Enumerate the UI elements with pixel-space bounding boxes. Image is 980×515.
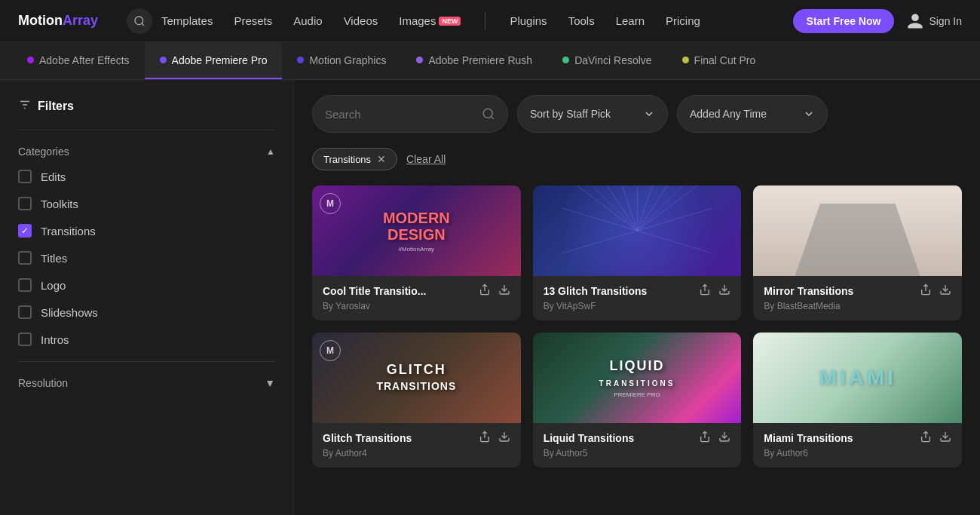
logo-checkbox[interactable] xyxy=(18,278,32,292)
transitions-tag-remove[interactable]: ✕ xyxy=(377,153,386,165)
toolkits-label: Toolkits xyxy=(41,198,78,210)
transitions-label: Transitions xyxy=(41,225,96,238)
davinci-dot xyxy=(562,57,569,63)
category-intros[interactable]: Intros xyxy=(18,333,275,346)
card-1-title: Cool Title Transitio... xyxy=(323,285,426,297)
download-icon xyxy=(939,284,951,296)
card-3-author: By BlastBeatMedia xyxy=(764,301,951,311)
tab-premiere-rush[interactable]: Adobe Premiere Rush xyxy=(401,42,547,79)
card-1-download-button[interactable] xyxy=(498,284,510,298)
logo-label: Logo xyxy=(41,279,66,292)
card-2-share-button[interactable] xyxy=(699,284,711,298)
card-5-download-button[interactable] xyxy=(718,431,730,445)
slideshows-checkbox[interactable] xyxy=(18,305,32,319)
download-icon xyxy=(939,431,951,443)
header-search-button[interactable] xyxy=(127,8,152,34)
clear-all-button[interactable]: Clear All xyxy=(406,153,446,165)
svg-line-1 xyxy=(142,23,144,26)
resolution-section-header[interactable]: Resolution ▼ xyxy=(18,377,275,389)
nav-audio[interactable]: Audio xyxy=(293,14,322,27)
nav-templates[interactable]: Templates xyxy=(161,14,213,27)
category-toolkits[interactable]: Toolkits xyxy=(18,197,275,210)
intros-checkbox[interactable] xyxy=(18,333,32,346)
categories-section-header[interactable]: Categories ▲ xyxy=(18,146,275,158)
nav-presets[interactable]: Presets xyxy=(234,14,272,27)
tab-final-cut-pro[interactable]: Final Cut Pro xyxy=(667,42,771,79)
card-4-thumb: M GLITCHTRANSITIONS xyxy=(312,333,521,423)
categories-label: Categories xyxy=(18,146,69,158)
motion-graphics-dot xyxy=(297,57,304,63)
nav-divider xyxy=(485,12,485,30)
share-icon xyxy=(920,431,932,443)
tab-after-effects-label: Adobe After Effects xyxy=(39,54,130,66)
card-4-download-button[interactable] xyxy=(498,431,510,445)
nav-videos[interactable]: Videos xyxy=(344,14,378,27)
card-6-download-button[interactable] xyxy=(939,431,951,445)
category-logo[interactable]: Logo xyxy=(18,278,275,292)
card-5-title: Liquid Transitions xyxy=(544,432,635,444)
card-3-share-button[interactable] xyxy=(920,284,932,298)
start-free-button[interactable]: Start Free Now xyxy=(793,9,895,33)
card-1-share-button[interactable] xyxy=(479,284,491,298)
tab-premiere-pro[interactable]: Adobe Premiere Pro xyxy=(145,42,283,79)
card-4-info: Glitch Transitions By Author4 xyxy=(312,423,521,467)
nav-images[interactable]: Images xyxy=(399,14,436,27)
nav-learn[interactable]: Learn xyxy=(616,14,645,27)
edits-checkbox[interactable] xyxy=(18,170,32,183)
resolution-section: Resolution ▼ xyxy=(18,361,275,389)
active-filters: Transitions ✕ Clear All xyxy=(312,148,962,170)
card-4-share-button[interactable] xyxy=(479,431,491,445)
card-6-share-button[interactable] xyxy=(920,431,932,445)
svg-line-12 xyxy=(622,185,637,231)
category-titles[interactable]: Titles xyxy=(18,251,275,265)
search-box[interactable] xyxy=(312,95,508,133)
card-6[interactable]: MIAMI Miami Transitions xyxy=(753,333,962,467)
svg-line-15 xyxy=(637,185,667,231)
tab-final-cut-label: Final Cut Pro xyxy=(694,54,756,66)
card-3[interactable]: Mirror Transitions By BlastBeatMedia xyxy=(753,185,962,320)
card-5[interactable]: LIQUIDTRANSITIONS PREMIERE PRO Liquid Tr… xyxy=(533,333,742,467)
card-3-download-button[interactable] xyxy=(939,284,951,298)
sort-dropdown[interactable]: Sort by Staff Pick xyxy=(517,95,668,133)
card-5-text: LIQUIDTRANSITIONS PREMIERE PRO xyxy=(599,358,675,398)
card-6-title: Miami Transitions xyxy=(764,432,853,444)
signin-area[interactable]: Sign In xyxy=(906,12,962,30)
card-4[interactable]: M GLITCHTRANSITIONS Glitch Transitions xyxy=(312,333,521,467)
category-transitions[interactable]: Transitions xyxy=(18,224,275,238)
category-slideshows[interactable]: Slideshows xyxy=(18,305,275,319)
card-3-thumb xyxy=(753,185,962,276)
filters-icon xyxy=(18,98,32,115)
sort-chevron-icon xyxy=(643,108,655,120)
nav-tools[interactable]: Tools xyxy=(568,14,595,27)
card-2-title-row: 13 Glitch Transitions xyxy=(544,284,731,298)
toolkits-checkbox[interactable] xyxy=(18,197,32,210)
category-edits[interactable]: Edits xyxy=(18,170,275,183)
nav-pricing[interactable]: Pricing xyxy=(666,14,700,27)
signin-label: Sign In xyxy=(929,15,962,27)
resolution-chevron-icon: ▼ xyxy=(265,377,275,389)
card-1-actions xyxy=(479,284,510,298)
filters-header: Filters xyxy=(18,98,275,130)
tab-premiere-pro-label: Adobe Premiere Pro xyxy=(172,54,268,66)
header: MotionArray Templates Presets Audio Vide… xyxy=(0,0,980,42)
card-2-download-button[interactable] xyxy=(718,284,730,298)
card-2-thumb xyxy=(533,185,742,276)
category-tabs: Adobe After Effects Adobe Premiere Pro M… xyxy=(0,42,980,80)
transitions-filter-tag[interactable]: Transitions ✕ xyxy=(312,148,397,170)
transitions-checkbox[interactable] xyxy=(18,224,32,238)
tab-motion-graphics[interactable]: Motion Graphics xyxy=(282,42,401,79)
tab-after-effects[interactable]: Adobe After Effects xyxy=(12,42,145,79)
tab-davinci-resolve[interactable]: DaVinci Resolve xyxy=(547,42,666,79)
tab-premiere-rush-label: Adobe Premiere Rush xyxy=(428,54,532,66)
card-1[interactable]: M MODERNDESIGN #MotionArray Cool Title T… xyxy=(312,185,521,320)
search-input[interactable] xyxy=(325,108,476,121)
titles-checkbox[interactable] xyxy=(18,251,32,265)
sidebar: Filters Categories ▲ Edits Toolkits Tran… xyxy=(0,80,294,515)
card-5-share-button[interactable] xyxy=(699,431,711,445)
nav-plugins[interactable]: Plugins xyxy=(510,14,547,27)
tab-motion-graphics-label: Motion Graphics xyxy=(309,54,386,66)
card-1-thumb-text: MODERNDESIGN #MotionArray xyxy=(383,210,450,253)
card-2[interactable]: 13 Glitch Transitions By VitApSwF xyxy=(533,185,742,320)
time-dropdown[interactable]: Added Any Time xyxy=(677,95,828,133)
account-icon xyxy=(906,12,924,30)
